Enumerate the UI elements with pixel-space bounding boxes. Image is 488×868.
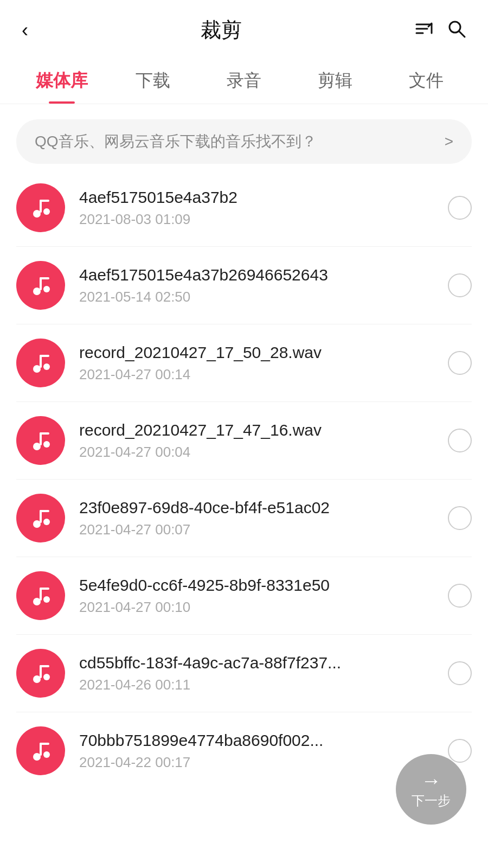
list-item[interactable]: 5e4fe9d0-cc6f-4925-8b9f-8331e50 2021-04-… [16, 557, 472, 635]
item-info: 5e4fe9d0-cc6f-4925-8b9f-8331e50 2021-04-… [79, 576, 437, 616]
item-date: 2021-05-14 02:50 [79, 289, 437, 305]
sort-icon [414, 19, 434, 39]
note-icon [29, 662, 52, 685]
note-icon [29, 274, 52, 297]
note-icon [29, 429, 52, 452]
svg-rect-28 [40, 588, 49, 590]
svg-point-33 [33, 753, 41, 761]
music-list: 4aef5175015e4a37b2 2021-08-03 01:09 4aef… [0, 169, 488, 789]
tab-edit[interactable]: 剪辑 [290, 60, 381, 104]
hint-bar[interactable]: QQ音乐、网易云音乐下载的音乐找不到？ > [16, 119, 472, 164]
item-name: 4aef5175015e4a37b26946652643 [79, 266, 437, 284]
list-item[interactable]: record_20210427_17_47_16.wav 2021-04-27 … [16, 402, 472, 480]
item-name: 70bbb751899e4774ba8690f002... [79, 731, 437, 750]
svg-rect-16 [40, 355, 49, 357]
note-icon [29, 584, 52, 607]
next-step-fab[interactable]: → 下一步 [396, 754, 466, 825]
svg-point-34 [43, 751, 50, 758]
item-date: 2021-04-27 00:14 [79, 366, 437, 383]
fab-label: 下一步 [412, 793, 451, 809]
svg-rect-12 [40, 277, 49, 279]
item-name: record_20210427_17_47_16.wav [79, 421, 437, 439]
fab-arrow: → [421, 770, 441, 791]
note-icon [29, 739, 52, 762]
svg-rect-36 [40, 743, 49, 745]
radio-button[interactable] [448, 196, 472, 220]
note-icon [29, 507, 52, 529]
radio-button[interactable] [448, 661, 472, 685]
svg-point-22 [43, 519, 50, 525]
svg-point-21 [33, 520, 41, 528]
list-item[interactable]: 23f0e897-69d8-40ce-bf4f-e51ac02 2021-04-… [16, 480, 472, 557]
svg-point-30 [43, 674, 50, 680]
item-name: 4aef5175015e4a37b2 [79, 188, 437, 207]
item-info: 4aef5175015e4a37b26946652643 2021-05-14 … [79, 266, 437, 305]
svg-point-17 [33, 443, 41, 450]
music-icon-4 [16, 494, 65, 542]
radio-button[interactable] [448, 273, 472, 297]
search-icon [447, 19, 466, 39]
tab-record[interactable]: 录音 [198, 60, 290, 104]
svg-rect-24 [40, 510, 49, 512]
svg-rect-32 [40, 665, 49, 667]
music-icon-7 [16, 726, 65, 775]
svg-point-29 [33, 675, 41, 683]
music-icon-2 [16, 339, 65, 387]
svg-point-25 [33, 598, 41, 605]
music-icon-1 [16, 261, 65, 310]
svg-rect-8 [40, 200, 49, 202]
svg-point-9 [33, 288, 41, 295]
page-title: 裁剪 [201, 16, 242, 44]
svg-point-14 [43, 363, 50, 370]
list-item[interactable]: cd55bffc-183f-4a9c-ac7a-88f7f237... 2021… [16, 635, 472, 712]
item-date: 2021-04-27 00:07 [79, 521, 437, 538]
item-date: 2021-04-27 00:10 [79, 599, 437, 616]
item-info: record_20210427_17_47_16.wav 2021-04-27 … [79, 421, 437, 461]
header-right [414, 19, 466, 42]
music-icon-0 [16, 183, 65, 232]
item-info: 23f0e897-69d8-40ce-bf4f-e51ac02 2021-04-… [79, 499, 437, 538]
item-info: record_20210427_17_50_28.wav 2021-04-27 … [79, 343, 437, 383]
svg-point-6 [43, 208, 50, 215]
item-name: cd55bffc-183f-4a9c-ac7a-88f7f237... [79, 654, 437, 672]
item-date: 2021-08-03 01:09 [79, 211, 437, 228]
music-icon-3 [16, 416, 65, 465]
hint-bar-text: QQ音乐、网易云音乐下载的音乐找不到？ [35, 131, 317, 152]
radio-button[interactable] [448, 351, 472, 375]
radio-button[interactable] [448, 584, 472, 608]
item-date: 2021-04-26 00:11 [79, 676, 437, 693]
list-item[interactable]: 4aef5175015e4a37b26946652643 2021-05-14 … [16, 247, 472, 324]
item-name: 23f0e897-69d8-40ce-bf4f-e51ac02 [79, 499, 437, 517]
item-date: 2021-04-27 00:04 [79, 444, 437, 461]
svg-line-4 [459, 31, 465, 37]
list-item[interactable]: 4aef5175015e4a37b2 2021-08-03 01:09 [16, 169, 472, 247]
back-button[interactable]: ‹ [22, 21, 28, 40]
radio-button[interactable] [448, 429, 472, 452]
svg-point-5 [33, 210, 41, 218]
radio-button[interactable] [448, 739, 472, 763]
tab-file[interactable]: 文件 [381, 60, 472, 104]
item-info: cd55bffc-183f-4a9c-ac7a-88f7f237... 2021… [79, 654, 437, 693]
svg-rect-20 [40, 432, 49, 435]
item-info: 70bbb751899e4774ba8690f002... 2021-04-22… [79, 731, 437, 771]
search-button[interactable] [447, 19, 466, 42]
list-item[interactable]: record_20210427_17_50_28.wav 2021-04-27 … [16, 324, 472, 402]
tab-download[interactable]: 下载 [107, 60, 198, 104]
sort-button[interactable] [414, 19, 434, 42]
svg-point-26 [43, 596, 50, 603]
hint-bar-arrow: > [445, 133, 453, 150]
header: ‹ 裁剪 [0, 0, 488, 55]
svg-point-10 [43, 286, 50, 292]
radio-button[interactable] [448, 506, 472, 530]
svg-point-18 [43, 441, 50, 448]
item-info: 4aef5175015e4a37b2 2021-08-03 01:09 [79, 188, 437, 228]
item-date: 2021-04-22 00:17 [79, 754, 437, 771]
note-icon [29, 196, 52, 219]
tab-bar: 媒体库 下载 录音 剪辑 文件 [0, 55, 488, 104]
item-name: record_20210427_17_50_28.wav [79, 343, 437, 362]
music-icon-6 [16, 649, 65, 698]
svg-point-13 [33, 365, 41, 373]
note-icon [29, 352, 52, 374]
tab-media[interactable]: 媒体库 [16, 60, 107, 104]
music-icon-5 [16, 571, 65, 620]
